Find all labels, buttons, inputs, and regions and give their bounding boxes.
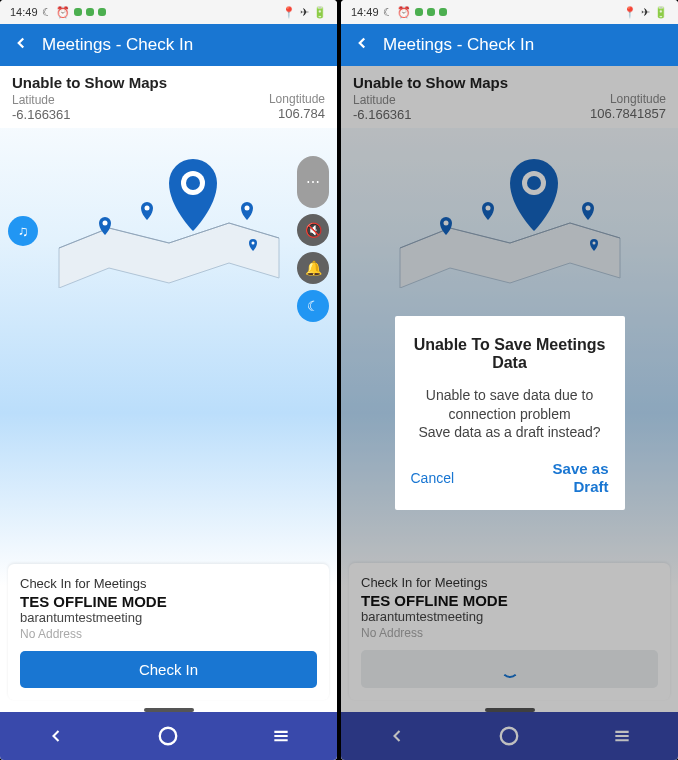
- location-icon: 📍: [282, 6, 296, 19]
- longitude-label: Longtitude: [269, 92, 325, 106]
- phone-left: 14:49 ☾ ⏰ 📍 ✈ 🔋 Meetings - Check In Unab…: [0, 0, 337, 760]
- svg-point-5: [186, 176, 200, 190]
- alarm-icon: ⏰: [56, 6, 70, 19]
- indicator-icon: [86, 8, 94, 16]
- meeting-name: TES OFFLINE MODE: [20, 593, 317, 610]
- checkin-button[interactable]: Check In: [20, 651, 317, 688]
- card-title: Check In for Meetings: [20, 576, 317, 591]
- airplane-icon: ✈: [300, 6, 309, 19]
- header-title: Meetings - Check In: [383, 35, 534, 55]
- latitude-value: -6.166361: [12, 107, 167, 122]
- svg-point-3: [251, 242, 254, 245]
- battery-icon: 🔋: [313, 6, 327, 19]
- modal-overlay[interactable]: Unable To Save Meetings Data Unable to s…: [341, 66, 678, 760]
- status-time: 14:49: [351, 6, 379, 18]
- status-time: 14:49: [10, 6, 38, 18]
- back-icon[interactable]: [12, 34, 30, 56]
- moon-icon: ☾: [42, 6, 52, 19]
- svg-point-1: [144, 206, 149, 211]
- svg-point-6: [160, 728, 177, 745]
- nav-back-icon[interactable]: [42, 722, 70, 750]
- indicator-icon: [98, 8, 106, 16]
- content-area: Unable to Show Maps Latitude -6.166361 L…: [0, 66, 337, 760]
- header-title: Meetings - Check In: [42, 35, 193, 55]
- nav-menu-icon[interactable]: [267, 722, 295, 750]
- moon-pill-icon[interactable]: ☾: [297, 290, 329, 322]
- cancel-button[interactable]: Cancel: [411, 470, 455, 486]
- back-icon[interactable]: [353, 34, 371, 56]
- alarm-icon: ⏰: [397, 6, 411, 19]
- no-address: No Address: [20, 627, 317, 641]
- dialog-title: Unable To Save Meetings Data: [411, 336, 609, 372]
- latitude-label: Latitude: [12, 93, 167, 107]
- meeting-sub: barantumtestmeeting: [20, 610, 317, 625]
- app-header: Meetings - Check In: [341, 24, 678, 66]
- indicator-icon: [74, 8, 82, 16]
- moon-icon: ☾: [383, 6, 393, 19]
- system-nav: [0, 712, 337, 760]
- error-dialog: Unable To Save Meetings Data Unable to s…: [395, 316, 625, 511]
- content-area: Unable to Show Maps Latitude -6.166361 L…: [341, 66, 678, 760]
- phone-right: 14:49 ☾ ⏰ 📍 ✈ 🔋 Meetings - Check In Unab…: [341, 0, 678, 760]
- map-illustration: [0, 148, 337, 288]
- status-bar: 14:49 ☾ ⏰ 📍 ✈ 🔋: [0, 0, 337, 24]
- maps-error: Unable to Show Maps: [12, 74, 167, 91]
- indicator-icon: [427, 8, 435, 16]
- save-draft-button[interactable]: Save as Draft: [553, 460, 609, 496]
- indicator-icon: [415, 8, 423, 16]
- status-bar: 14:49 ☾ ⏰ 📍 ✈ 🔋: [341, 0, 678, 24]
- svg-point-0: [102, 221, 107, 226]
- location-icon: 📍: [623, 6, 637, 19]
- airplane-icon: ✈: [641, 6, 650, 19]
- indicator-icon: [439, 8, 447, 16]
- dialog-message: Unable to save data due to connection pr…: [411, 386, 609, 443]
- coords-panel: Unable to Show Maps Latitude -6.166361 L…: [0, 66, 337, 128]
- longitude-value: 106.784: [269, 106, 325, 121]
- svg-point-2: [244, 206, 249, 211]
- nav-home-icon[interactable]: [154, 722, 182, 750]
- battery-icon: 🔋: [654, 6, 668, 19]
- checkin-card: Check In for Meetings TES OFFLINE MODE b…: [8, 564, 329, 700]
- app-header: Meetings - Check In: [0, 24, 337, 66]
